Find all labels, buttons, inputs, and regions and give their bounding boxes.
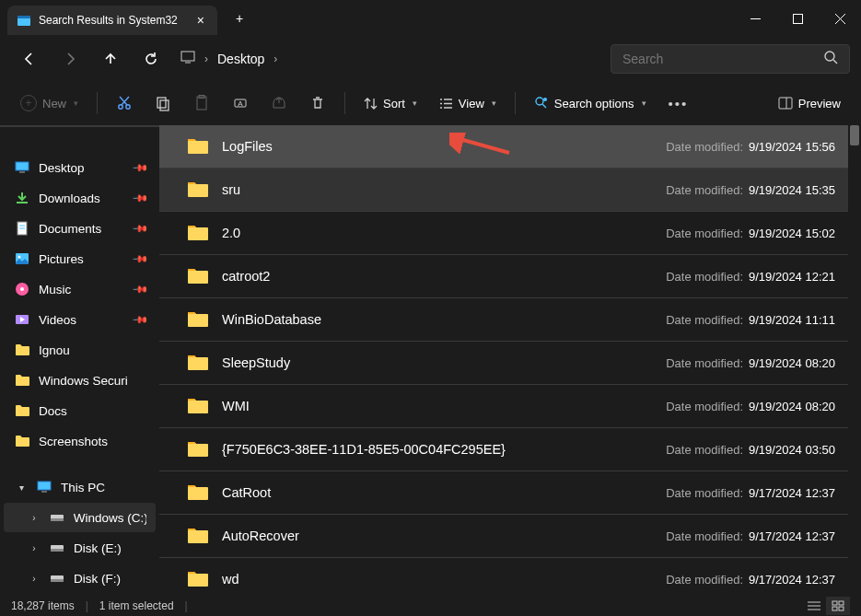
pictures-icon [15, 251, 29, 266]
sidebar-item-desktop[interactable]: Desktop📌 [4, 153, 156, 182]
separator: | [185, 599, 188, 612]
sidebar-item-label: Downloads [39, 192, 100, 205]
maximize-button[interactable] [776, 0, 819, 37]
sidebar-item-music[interactable]: Music📌 [4, 274, 156, 304]
separator: | [86, 599, 88, 612]
view-button[interactable]: View ▾ [430, 87, 506, 120]
file-meta: Date modified:9/19/2024 11:11 [666, 313, 844, 327]
search-input[interactable] [622, 52, 824, 66]
meta-label: Date modified: [666, 356, 743, 370]
folder-icon [187, 267, 209, 285]
svg-rect-14 [157, 98, 166, 108]
breadcrumb[interactable]: › Desktop › [173, 43, 607, 75]
cut-button[interactable] [107, 87, 142, 120]
folder-icon [187, 397, 209, 415]
file-row[interactable]: sruDate modified:9/19/2024 15:35 [159, 169, 861, 212]
back-button[interactable] [11, 42, 48, 76]
folder-icon [15, 434, 29, 448]
svg-rect-1 [17, 16, 30, 18]
sidebar-item-label: Disk (F:) [74, 572, 121, 586]
file-row[interactable]: WMIDate modified:9/19/2024 08:20 [159, 385, 861, 428]
file-row[interactable]: {F750E6C3-38EE-11D1-85E5-00C04FC295EE}Da… [159, 428, 861, 471]
svg-point-10 [119, 105, 122, 109]
icons-view-icon[interactable] [826, 597, 850, 615]
rename-button[interactable]: A [223, 87, 258, 120]
file-meta: Date modified:9/19/2024 08:20 [666, 356, 844, 370]
selection-count: 1 item selected [99, 599, 174, 612]
file-row[interactable]: catroot2Date modified:9/19/2024 12:21 [159, 255, 861, 298]
meta-label: Date modified: [666, 486, 743, 500]
file-name: 2.0 [222, 226, 240, 240]
sidebar-item-videos[interactable]: Videos📌 [4, 305, 156, 334]
file-row[interactable]: wdDate modified:9/17/2024 12:37 [159, 558, 861, 596]
folder-icon [15, 403, 29, 418]
file-row[interactable]: WinBioDatabaseDate modified:9/19/2024 11… [159, 298, 861, 342]
delete-button[interactable] [300, 87, 335, 120]
breadcrumb-location[interactable]: Desktop [217, 52, 264, 66]
meta-value: 9/19/2024 15:56 [749, 140, 835, 154]
sidebar-item-label: Desktop [39, 161, 85, 175]
search-box[interactable] [611, 44, 850, 74]
sidebar-item-label: Windows (C:) [74, 511, 146, 525]
sidebar-item-pictures[interactable]: Pictures📌 [4, 244, 156, 273]
meta-value: 9/19/2024 11:11 [749, 313, 835, 327]
sidebar-item-drive[interactable]: ›Disk (E:) [4, 533, 156, 563]
meta-value: 9/19/2024 08:20 [749, 400, 835, 413]
sidebar-item-downloads[interactable]: Downloads📌 [4, 183, 156, 213]
close-tab-icon[interactable]: × [197, 13, 204, 28]
file-row[interactable]: 2.0Date modified:9/19/2024 15:02 [159, 212, 861, 255]
status-bar: 18,287 items | 1 item selected | [0, 596, 861, 616]
sidebar-item-screenshots[interactable]: Screenshots [4, 426, 156, 456]
window-tab[interactable]: Search Results in System32 × [7, 6, 217, 35]
sidebar-item-documents[interactable]: Documents📌 [4, 214, 156, 243]
search-icon[interactable] [824, 51, 838, 68]
svg-rect-48 [51, 549, 64, 552]
file-row[interactable]: LogFilesDate modified:9/19/2024 15:56 [159, 125, 861, 169]
sidebar-item-windows-securi[interactable]: Windows Securi [4, 366, 156, 395]
file-name: WMI [222, 399, 250, 413]
chevron-right-icon[interactable]: › [28, 513, 41, 523]
sidebar-item-drive[interactable]: ›Disk (F:) [4, 564, 156, 593]
sidebar-item-label: Ignou [39, 343, 70, 357]
svg-point-8 [825, 52, 834, 61]
forward-button[interactable] [52, 42, 88, 76]
svg-rect-57 [832, 607, 837, 610]
minimize-button[interactable] [734, 0, 776, 37]
sidebar-item-ignou[interactable]: Ignou [4, 335, 156, 365]
scrollbar-thumb[interactable] [850, 125, 859, 145]
copy-button[interactable] [145, 87, 180, 120]
svg-line-51 [457, 138, 509, 153]
new-tab-button[interactable]: + [225, 11, 254, 26]
up-button[interactable] [92, 42, 129, 76]
file-row[interactable]: SleepStudyDate modified:9/19/2024 08:20 [159, 342, 861, 385]
drive-icon [50, 540, 64, 555]
file-row[interactable]: AutoRecoverDate modified:9/17/2024 12:37 [159, 515, 861, 558]
chevron-right-icon[interactable]: › [28, 543, 41, 553]
close-window-button[interactable] [819, 0, 861, 37]
separator [344, 92, 345, 114]
search-options-button[interactable]: Search options ▾ [525, 87, 656, 120]
new-button[interactable]: + New ▾ [11, 87, 87, 120]
details-view-icon[interactable] [802, 597, 826, 615]
file-row[interactable]: CatRootDate modified:9/17/2024 12:37 [159, 471, 861, 515]
sort-button[interactable]: Sort ▾ [355, 87, 426, 120]
svg-rect-44 [41, 491, 47, 493]
sidebar-item-docs[interactable]: Docs [4, 396, 156, 425]
preview-button[interactable]: Preview [769, 87, 850, 120]
sidebar: Desktop📌Downloads📌Documents📌Pictures📌Mus… [0, 125, 159, 596]
separator [515, 92, 516, 114]
refresh-button[interactable] [133, 42, 169, 76]
paste-button[interactable] [184, 87, 219, 120]
share-button[interactable] [262, 87, 297, 120]
svg-rect-43 [38, 482, 51, 490]
more-button[interactable]: ••• [659, 87, 698, 120]
search-folder-icon [17, 13, 31, 28]
sidebar-item-this-pc[interactable]: ▾This PC [4, 472, 156, 502]
folder-icon [15, 373, 29, 388]
sidebar-item-label: Docs [39, 404, 67, 418]
scrollbar[interactable] [848, 125, 861, 596]
meta-label: Date modified: [666, 313, 743, 327]
sidebar-item-drive[interactable]: ›Windows (C:) [4, 503, 156, 532]
chevron-down-icon[interactable]: ▾ [15, 482, 28, 493]
chevron-right-icon[interactable]: › [28, 574, 41, 584]
